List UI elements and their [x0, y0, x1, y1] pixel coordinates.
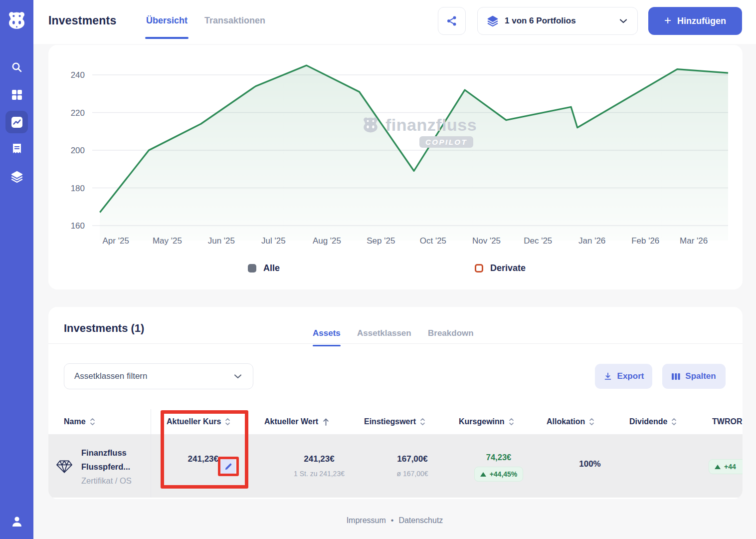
export-button[interactable]: Export — [595, 364, 652, 389]
download-icon — [603, 372, 612, 381]
twror-badge-value: +44 — [724, 463, 736, 471]
sort-icon — [90, 417, 95, 426]
cell-aktueller-wert: 241,23€ — [269, 452, 369, 466]
legend-marker — [475, 264, 483, 272]
svg-text:180: 180 — [71, 184, 85, 193]
dashboard-icon[interactable] — [5, 83, 28, 106]
columns-icon — [672, 372, 680, 381]
investments-card: Investments (1) Assets Assetklassen Brea… — [48, 307, 743, 499]
chevron-down-icon — [233, 371, 243, 381]
columns-button[interactable]: Spalten — [662, 364, 726, 389]
layers-icon — [487, 15, 499, 27]
sort-icon — [671, 417, 677, 426]
assetclass-filter-select[interactable]: Assetklassen filtern — [64, 363, 253, 389]
sort-icon — [589, 417, 594, 426]
column-header-dividende-label: Dividende — [629, 417, 667, 426]
legend-item-derivate[interactable]: Derivate — [475, 260, 526, 276]
cell-einstiegswert: 167,00€ — [363, 452, 462, 466]
cell-allokation: 100% — [540, 457, 640, 471]
edit-kurs-button[interactable] — [220, 459, 235, 474]
triangle-up-icon — [480, 472, 486, 477]
cell-aktueller-kurs: 241,23€ — [120, 452, 218, 466]
tab-transaktionen[interactable]: Transaktionen — [204, 15, 265, 26]
column-header-aktueller-wert[interactable]: Aktueller Wert — [264, 409, 330, 434]
share-button[interactable] — [438, 7, 466, 35]
column-header-aktueller-kurs-label: Aktueller Kurs — [167, 417, 221, 426]
gain-badge-value: +44,45% — [490, 470, 518, 478]
column-header-dividende[interactable]: Dividende — [629, 409, 677, 434]
svg-text:220: 220 — [71, 108, 85, 118]
column-header-einstiegswert-label: Einstiegswert — [364, 417, 416, 426]
portfolio-selector[interactable]: 1 von 6 Portfolios — [477, 7, 638, 35]
add-button[interactable]: + Hinzufügen — [648, 7, 742, 35]
column-header-allokation[interactable]: Allokation — [547, 409, 594, 434]
legend-label: Alle — [263, 263, 280, 273]
sidebar — [0, 0, 33, 539]
svg-text:200: 200 — [71, 146, 85, 155]
search-icon[interactable] — [5, 56, 28, 78]
hippo-logo[interactable] — [5, 9, 28, 31]
column-header-name-label: Name — [64, 417, 86, 426]
page-title: Investments — [48, 14, 116, 27]
column-header-aktueller-wert-label: Aktueller Wert — [264, 417, 318, 426]
gain-badge: +44,45% — [474, 467, 524, 482]
receipt-icon[interactable] — [5, 138, 28, 160]
plus-icon: + — [664, 14, 671, 26]
layers-icon[interactable] — [5, 165, 28, 188]
svg-text:160: 160 — [71, 221, 85, 231]
tab-assets-label: Assets — [313, 328, 341, 338]
tab-assets[interactable]: Assets — [313, 328, 341, 338]
chart-icon[interactable] — [5, 111, 28, 133]
column-header-einstiegswert[interactable]: Einstiegswert — [364, 409, 425, 434]
triangle-up-icon — [715, 465, 721, 469]
tab-breakdown[interactable]: Breakdown — [428, 328, 474, 338]
pencil-icon — [224, 463, 232, 471]
column-header-name[interactable]: Name — [64, 409, 95, 434]
portfolio-chart-card: 160180200220240Apr '25May '25Jun '25Jul … — [48, 45, 743, 289]
divider — [48, 343, 743, 344]
assetclass-filter-label: Assetklassen filtern — [74, 371, 233, 381]
chevron-down-icon — [618, 16, 628, 26]
legend-item-alle[interactable]: Alle — [248, 260, 280, 276]
tab-assetklassen[interactable]: Assetklassen — [357, 328, 411, 338]
cell-kursgewinn-badge-wrap: +44,45% — [454, 467, 544, 482]
portfolio-selector-label: 1 von 6 Portfolios — [505, 16, 612, 26]
tab-transaktionen-label: Transaktionen — [204, 15, 265, 25]
cell-kursgewinn: 74,23€ — [454, 450, 544, 464]
investments-title: Investments (1) — [64, 322, 144, 335]
legend-label: Derivate — [490, 263, 526, 273]
chart-legend: AlleDerivate — [48, 260, 743, 276]
footer: Impressum•Datenschutz — [33, 516, 756, 525]
user-icon[interactable] — [5, 510, 28, 533]
cell-twror-badge-wrap: +44 — [709, 459, 743, 474]
column-header-kursgewinn-label: Kursgewinn — [459, 417, 505, 426]
gem-icon — [56, 460, 72, 474]
tab-active-underline — [145, 37, 189, 39]
sort-icon — [420, 417, 425, 426]
add-button-label: Hinzufügen — [677, 16, 726, 26]
tab-assetklassen-label: Assetklassen — [357, 328, 411, 338]
tab-uebersicht[interactable]: Übersicht — [146, 15, 188, 26]
asset-subtitle: Zertifikat / OS — [81, 474, 132, 488]
chart-render-root: 160180200220240Apr '25May '25Jun '25Jul … — [71, 65, 728, 246]
sort-icon — [509, 417, 514, 426]
column-header-twror[interactable]: TWROR — [712, 409, 742, 434]
app-header: Investments Übersicht Transaktionen 1 vo… — [33, 0, 756, 44]
sort-icon — [225, 417, 230, 426]
sort-asc-icon — [322, 418, 330, 426]
twror-badge: +44 — [709, 459, 743, 474]
column-header-twror-label: TWROR — [712, 417, 742, 426]
tab-uebersicht-label: Übersicht — [146, 15, 188, 25]
datenschutz-link[interactable]: Datenschutz — [398, 516, 443, 525]
share-icon — [446, 15, 458, 27]
column-header-aktueller-kurs[interactable]: Aktueller Kurs — [167, 409, 230, 434]
column-header-allokation-label: Allokation — [547, 417, 585, 426]
column-header-kursgewinn[interactable]: Kursgewinn — [459, 409, 514, 434]
tab-breakdown-label: Breakdown — [428, 328, 474, 338]
legend-marker — [248, 264, 256, 272]
cell-dividende — [629, 457, 704, 471]
column-separator — [151, 409, 151, 498]
cell-einstiegswert-sub: ø 167,00€ — [363, 468, 462, 480]
impressum-link[interactable]: Impressum — [347, 516, 386, 525]
portfolio-chart: 160180200220240Apr '25May '25Jun '25Jul … — [48, 45, 743, 255]
